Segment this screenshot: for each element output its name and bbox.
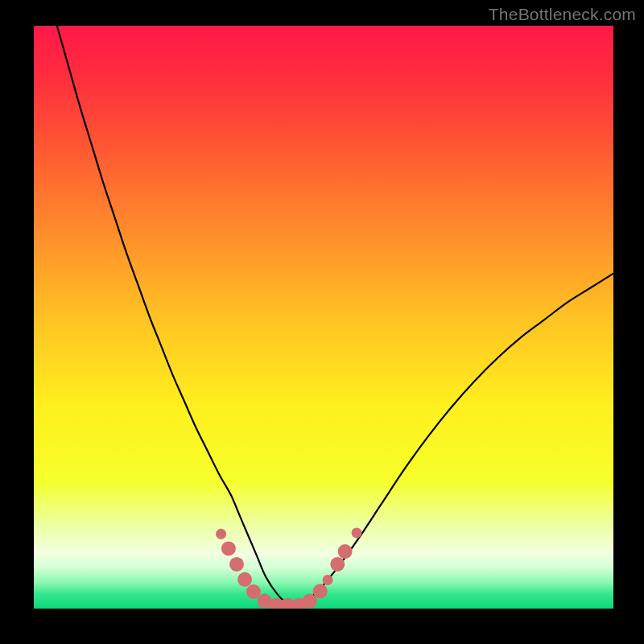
highlight-point — [237, 572, 252, 587]
highlight-point — [229, 557, 244, 572]
highlight-point — [221, 541, 236, 555]
highlight-point — [352, 527, 362, 538]
highlight-point — [313, 584, 328, 598]
chart-frame: TheBottleneck.com — [0, 0, 644, 644]
watermark-text: TheBottleneck.com — [489, 5, 636, 24]
highlight-point — [330, 557, 345, 572]
highlight-point — [246, 584, 261, 599]
chart-svg — [34, 26, 613, 609]
highlight-point — [323, 575, 333, 585]
plot-area — [34, 26, 613, 609]
highlight-point — [338, 544, 353, 559]
highlight-point — [216, 529, 226, 539]
gradient-background — [34, 26, 613, 609]
